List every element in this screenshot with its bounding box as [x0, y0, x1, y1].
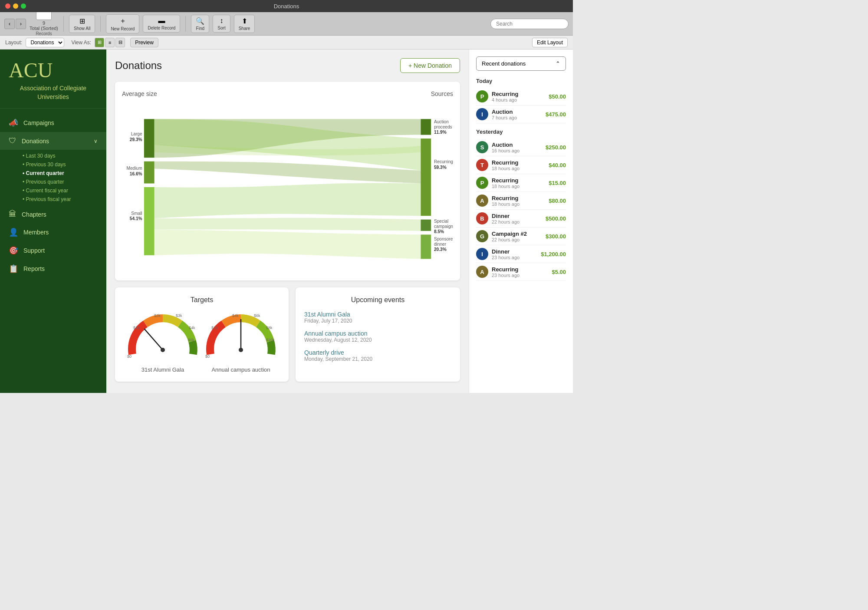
- delete-record-label: Delete Record: [148, 26, 175, 30]
- search-input[interactable]: [490, 19, 569, 29]
- g1-tick4: $4k: [189, 326, 195, 330]
- donation-today-2: I Auction 7 hours ago $475.00: [476, 106, 566, 123]
- sub-prev-fiscal[interactable]: Previous fiscal year: [23, 195, 106, 204]
- donation-today-1: P Recurring 4 hours ago $50.00: [476, 88, 566, 106]
- main-content: Donations + New Donation Average size So…: [106, 49, 469, 393]
- minimize-light[interactable]: [13, 3, 18, 9]
- event-2: Annual campus auction Wednesday, August …: [304, 330, 451, 343]
- preview-button[interactable]: Preview: [130, 38, 158, 47]
- auction-proceeds-label: Auction: [434, 119, 449, 124]
- gauge-1: $0 $1k $2k $3k $4k $5k 31st Alumni Gala: [124, 311, 202, 373]
- small-label: Small: [131, 211, 142, 216]
- donation-time-y2: 18 hours ago: [492, 166, 545, 171]
- sort-button[interactable]: ↕ Sort: [213, 15, 230, 33]
- donation-type-y4: Recurring: [492, 195, 545, 201]
- yesterday-label: Yesterday: [476, 129, 566, 135]
- sub-prev-30[interactable]: Previous 30 days: [23, 160, 106, 169]
- sub-last-30[interactable]: Last 30 days: [23, 152, 106, 160]
- bottom-row: Targets: [115, 287, 460, 382]
- sub-current-fiscal[interactable]: Current fiscal year: [23, 186, 106, 195]
- donation-info-y2: Recurring 18 hours ago: [492, 159, 545, 171]
- table-view-icon[interactable]: ⊟: [115, 38, 125, 47]
- sankey-svg: Large 29.3% Medium 16.6% Small 54.1% Auc…: [122, 102, 453, 272]
- donation-yesterday-2: T Recurring 18 hours ago $40.00: [476, 156, 566, 174]
- logo-area: ACU Association of CollegiateUniversitie…: [0, 49, 106, 109]
- donation-type-y6: Campaign #2: [492, 231, 542, 237]
- event-1: 31st Alumni Gala Friday, July 17, 2020: [304, 311, 451, 324]
- campaigns-icon: 📣: [9, 118, 18, 128]
- find-button[interactable]: 🔍 Find: [191, 15, 209, 33]
- large-pct: 29.3%: [130, 137, 142, 142]
- event-2-name[interactable]: Annual campus auction: [304, 330, 451, 337]
- separator: [63, 16, 64, 32]
- layout-select[interactable]: Donations: [26, 38, 64, 47]
- donation-info-y1: Auction 16 hours ago: [492, 142, 542, 153]
- donation-amount-y8: $5.00: [552, 269, 566, 275]
- avatar-I1: I: [476, 108, 488, 120]
- sponsored-pct: 20.3%: [434, 247, 447, 252]
- support-icon: 🎯: [9, 246, 18, 255]
- back-button[interactable]: ‹: [4, 19, 15, 29]
- sidebar-item-donations[interactable]: 🛡 Donations ∨: [0, 132, 106, 150]
- g2-tick4: $8k: [266, 326, 273, 330]
- donation-type-y2: Recurring: [492, 159, 545, 166]
- reports-label: Reports: [23, 265, 45, 272]
- record-number-input[interactable]: 1: [36, 11, 52, 20]
- list-view-icon[interactable]: ≡: [105, 38, 115, 47]
- event-1-name[interactable]: 31st Alumni Gala: [304, 311, 451, 318]
- record-info: 9 Total (Sorted): [30, 20, 58, 31]
- g1-tick5: $5k: [188, 338, 194, 342]
- maximize-light[interactable]: [21, 3, 26, 9]
- recent-donations-button[interactable]: Recent donations ⌃: [476, 56, 566, 71]
- edit-layout-button[interactable]: Edit Layout: [532, 38, 568, 47]
- avatar-A1: A: [476, 195, 488, 207]
- layoutbar: Layout: Donations View As: ⊞ ≡ ⊟ Preview…: [0, 36, 573, 49]
- sankey-card: Average size Sources: [115, 82, 460, 280]
- grid-view-icon[interactable]: ⊞: [95, 38, 104, 47]
- delete-record-button[interactable]: ▬ Delete Record: [143, 15, 180, 33]
- sidebar-item-support[interactable]: 🎯 Support: [0, 241, 106, 260]
- gauge-2-pivot: [239, 348, 243, 352]
- donations-subitems: Last 30 days Previous 30 days Current qu…: [0, 150, 106, 205]
- sidebar-item-chapters[interactable]: 🏛 Chapters: [0, 205, 106, 223]
- new-donation-button[interactable]: + New Donation: [400, 58, 460, 73]
- large-bar: [144, 119, 155, 158]
- delete-record-icon: ▬: [158, 17, 165, 25]
- new-record-button[interactable]: ＋ New Record: [106, 14, 139, 33]
- donation-type-y3: Recurring: [492, 177, 545, 184]
- forward-button[interactable]: ›: [16, 19, 26, 29]
- share-icon: ⬆: [242, 17, 247, 25]
- recurring-pct: 59.3%: [434, 165, 447, 170]
- navigation-controls: ‹ ›: [4, 19, 26, 29]
- donation-yesterday-6: G Campaign #2 22 hours ago $300.00: [476, 228, 566, 245]
- show-all-button[interactable]: ⊞ Show All: [69, 15, 95, 33]
- sidebar-item-members[interactable]: 👤 Members: [0, 223, 106, 241]
- separator3: [185, 16, 186, 32]
- g2-tick2: $4k: [232, 313, 239, 318]
- share-button[interactable]: ⬆ Share: [234, 15, 255, 33]
- new-record-icon: ＋: [119, 16, 126, 26]
- layout-label: Layout:: [5, 40, 22, 46]
- sidebar-item-reports[interactable]: 📋 Reports: [0, 260, 106, 278]
- sidebar-item-campaigns[interactable]: 📣 Campaigns: [0, 114, 106, 132]
- small-bar: [144, 187, 155, 255]
- sub-prev-quarter[interactable]: Previous quarter: [23, 178, 106, 186]
- titlebar: Donations: [0, 0, 573, 12]
- special-label: Special: [434, 219, 448, 224]
- small-pct: 54.1%: [130, 216, 142, 221]
- donation-type-y5: Dinner: [492, 213, 542, 219]
- sub-current-quarter[interactable]: Current quarter: [23, 169, 106, 178]
- g2-tick1: $2k: [211, 326, 218, 330]
- close-light[interactable]: [5, 3, 10, 9]
- separator2: [100, 16, 101, 32]
- donations-chevron: ∨: [94, 138, 98, 144]
- g2-tick3: $6k: [254, 313, 260, 318]
- donation-time-y3: 18 hours ago: [492, 184, 545, 189]
- org-name: Association of CollegiateUniversities: [9, 84, 98, 101]
- sponsored-bar: [421, 234, 431, 259]
- view-as-label: View As:: [71, 40, 91, 46]
- avatar-S: S: [476, 141, 488, 153]
- traffic-lights: [5, 3, 26, 9]
- donation-yesterday-5: B Dinner 22 hours ago $500.00: [476, 210, 566, 228]
- event-3-name[interactable]: Quarterly drive: [304, 349, 451, 356]
